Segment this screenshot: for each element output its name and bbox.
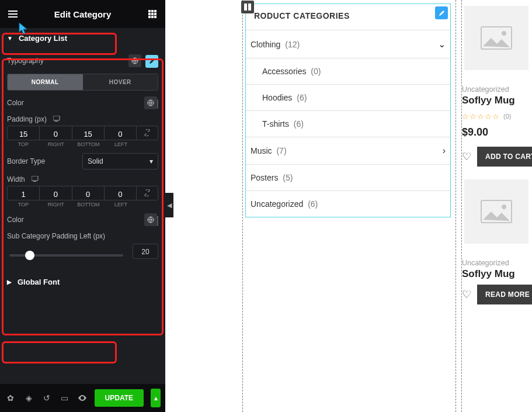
- column-separator: [242, 0, 243, 412]
- pencil-icon[interactable]: [145, 55, 158, 68]
- responsive-icon[interactable]: ▭: [58, 392, 71, 404]
- color2-label: Color: [7, 216, 24, 224]
- lbl-right: RIGHT: [40, 141, 72, 147]
- widget-handle-icon[interactable]: [241, 1, 254, 13]
- rating: ☆☆☆☆☆ (0): [462, 111, 531, 122]
- cat-count: (6): [308, 199, 318, 209]
- svg-rect-4: [151, 13, 154, 15]
- cat-count: (7): [276, 146, 286, 155]
- color-label: Color: [7, 99, 24, 107]
- category-item[interactable]: Uncategorized (6): [246, 191, 450, 217]
- padding-left[interactable]: 0: [105, 126, 137, 140]
- svg-point-19: [502, 31, 506, 36]
- svg-rect-0: [148, 10, 151, 12]
- section-global-font[interactable]: ▶ Global Font: [0, 272, 165, 292]
- width-top[interactable]: 1: [8, 186, 40, 200]
- apps-icon[interactable]: [147, 8, 158, 20]
- globe-icon[interactable]: [144, 96, 157, 109]
- slider-thumb[interactable]: [25, 251, 34, 260]
- typography-heading: Typography: [7, 57, 44, 65]
- color-swatch[interactable]: [157, 99, 158, 109]
- svg-rect-13: [32, 176, 38, 181]
- padding-bottom[interactable]: 15: [72, 126, 105, 140]
- cat-label: Uncategorized: [251, 199, 303, 209]
- lbl-bottom: BOTTOM: [72, 141, 105, 147]
- layers-icon[interactable]: ◈: [23, 392, 35, 404]
- lbl-bottom: BOTTOM: [72, 202, 105, 207]
- tab-hover[interactable]: HOVER: [83, 74, 158, 90]
- widget-edit-icon[interactable]: [435, 6, 448, 19]
- category-list: Clothing (12)⌄Accessories (0)Hoodies (6)…: [246, 30, 450, 217]
- cat-count: (6): [297, 93, 307, 102]
- category-item[interactable]: Clothing (12)⌄: [246, 30, 450, 58]
- width-bottom[interactable]: 0: [72, 186, 105, 200]
- heart-icon[interactable]: ♡: [462, 288, 471, 301]
- subcat-value[interactable]: 20: [133, 244, 158, 259]
- svg-rect-2: [154, 10, 157, 12]
- border-type-select[interactable]: Solid ▾: [82, 153, 158, 169]
- review-count: (0): [503, 113, 511, 120]
- update-dropdown[interactable]: ▴: [151, 389, 161, 407]
- responsive-icon[interactable]: [32, 175, 39, 184]
- product-category: Uncategorized: [462, 259, 531, 267]
- category-item[interactable]: Accessories (0): [246, 58, 450, 84]
- responsive-icon[interactable]: [53, 115, 61, 123]
- product-title[interactable]: Soflyy Mug: [462, 268, 531, 280]
- category-item[interactable]: Music (7)›: [246, 137, 450, 164]
- link-icon[interactable]: [137, 126, 158, 140]
- editor-panel: Edit Category ▼ Category List Typography: [0, 0, 165, 412]
- cat-label: Posters: [251, 173, 278, 182]
- heart-icon[interactable]: ♡: [462, 150, 471, 163]
- svg-rect-12: [55, 121, 58, 122]
- cat-label: Accessories: [262, 67, 306, 76]
- svg-rect-17: [248, 4, 251, 11]
- section-label: Global Font: [18, 278, 60, 286]
- history-icon[interactable]: ↺: [40, 392, 53, 404]
- gear-icon[interactable]: ✿: [5, 392, 17, 404]
- svg-rect-6: [148, 16, 151, 18]
- tab-normal[interactable]: NORMAL: [8, 74, 83, 90]
- padding-right[interactable]: 0: [40, 126, 72, 140]
- chevron-right-icon[interactable]: ›: [443, 146, 446, 156]
- svg-rect-7: [151, 16, 154, 18]
- link-icon[interactable]: [137, 186, 158, 200]
- cat-count: (12): [285, 40, 300, 49]
- svg-rect-3: [148, 13, 151, 15]
- product-action-button[interactable]: READ MORE: [477, 285, 532, 304]
- subcat-slider[interactable]: [9, 254, 123, 257]
- product-actions: ♡ READ MORE: [462, 285, 531, 304]
- section-category-list[interactable]: ▼ Category List: [0, 28, 165, 49]
- product-title[interactable]: Soflyy Mug: [462, 95, 531, 106]
- image-placeholder-icon: [464, 179, 528, 244]
- update-button[interactable]: UPDATE: [95, 389, 144, 407]
- category-item[interactable]: Hoodies (6): [246, 84, 450, 110]
- globe-icon[interactable]: [128, 54, 141, 67]
- color2-row: Color: [7, 213, 158, 226]
- state-tabs: NORMAL HOVER: [7, 74, 158, 91]
- cat-label: Music: [251, 146, 272, 155]
- category-item[interactable]: Posters (5): [246, 164, 450, 191]
- image-placeholder-icon: [464, 6, 528, 70]
- width-inputs: 1 0 0 0: [7, 186, 158, 200]
- width-left[interactable]: 0: [105, 186, 137, 200]
- cat-count: (6): [294, 119, 304, 129]
- chevron-down-icon[interactable]: ⌄: [438, 39, 446, 50]
- cat-label: Clothing: [251, 40, 280, 49]
- column-separator: [455, 0, 456, 412]
- padding-top[interactable]: 15: [8, 126, 40, 140]
- panel-collapse-handle[interactable]: ◀: [165, 193, 173, 217]
- eye-icon[interactable]: [77, 392, 89, 404]
- widget-title: RODUCT CATEGORIES: [246, 4, 450, 30]
- width-sublabels: TOP RIGHT BOTTOM LEFT: [7, 202, 158, 207]
- globe-icon[interactable]: [144, 213, 157, 226]
- color-swatch[interactable]: [157, 216, 158, 226]
- hamburger-icon[interactable]: [7, 8, 19, 20]
- width-right[interactable]: 0: [40, 186, 72, 200]
- lbl-top: TOP: [7, 141, 40, 147]
- product-action-button[interactable]: ADD TO CART: [477, 147, 532, 167]
- category-item[interactable]: T-shirts (6): [246, 110, 450, 137]
- svg-point-21: [502, 205, 506, 209]
- svg-rect-8: [154, 16, 157, 18]
- category-widget[interactable]: RODUCT CATEGORIES Clothing (12)⌄Accessor…: [245, 4, 451, 217]
- products-column: Uncategorized Soflyy Mug ☆☆☆☆☆ (0) $9.00…: [462, 6, 531, 317]
